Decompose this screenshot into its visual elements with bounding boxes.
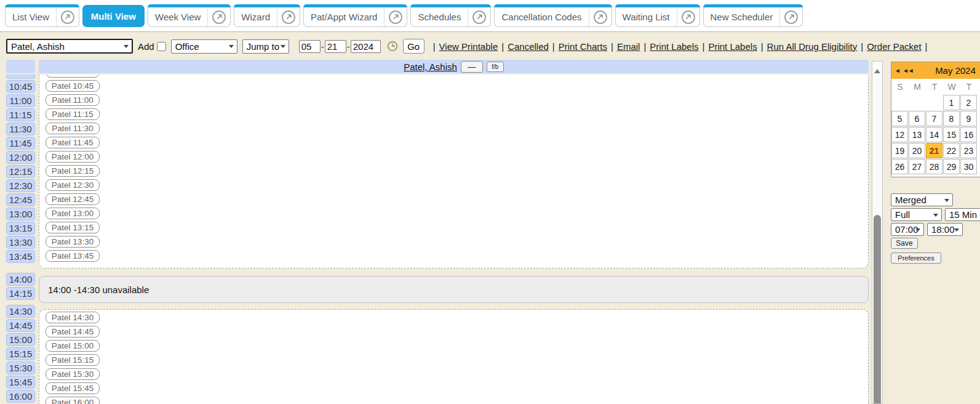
slot-button[interactable]: Patel 15:00 [46,340,100,352]
tab-schedules[interactable]: Schedules [410,5,491,27]
end-time-select[interactable]: 18:00 [927,223,963,236]
external-link-icon[interactable] [682,10,695,24]
slot-button[interactable]: Patel 12:45 [46,193,100,205]
external-link-icon[interactable] [594,10,607,24]
slot-button[interactable]: Patel 11:30 [46,123,100,134]
tab-week-view[interactable]: Week View [148,5,231,27]
tab-wizard[interactable]: Wizard [234,5,300,27]
calendar-day[interactable]: 20 [909,143,925,158]
clock-icon[interactable] [387,41,398,52]
zoom-level-select[interactable]: Full [891,208,942,221]
facility-select[interactable]: Office [171,39,237,54]
tab-icon-area[interactable] [677,7,699,26]
calendar-day[interactable]: 13 [909,127,925,142]
link-run-all-drug-eligibility[interactable]: Run All Drug Eligibility [767,41,858,52]
slot-button[interactable]: Patel 14:30 [46,312,100,323]
calendar-day[interactable]: 26 [891,159,908,174]
calendar-day[interactable]: 16 [960,127,977,142]
calendar-day[interactable]: 5 [891,111,908,126]
preferences-button[interactable]: Preferences [891,252,941,264]
calendar-day[interactable]: 1 [943,95,960,110]
tab-list-view[interactable]: List View [5,5,79,27]
external-link-icon[interactable] [389,10,402,24]
slot-button[interactable]: Patel 13:30 [46,236,100,248]
slot-button[interactable]: Patel 11:15 [46,108,100,120]
link-order-packet[interactable]: Order Packet [867,41,921,52]
link-email[interactable]: Email [617,41,640,52]
vertical-scrollbar[interactable] [872,61,883,404]
tab-icon-area[interactable] [207,7,230,26]
start-time-select[interactable]: 07:00 [891,223,924,236]
calendar-day[interactable]: 19 [891,143,908,158]
date-year-input[interactable] [351,40,381,53]
provider-header-link[interactable]: Patel, Ashish [404,62,457,72]
slot-button[interactable]: Patel 12:00 [46,151,100,163]
calendar-day[interactable]: 22 [943,143,960,158]
slot-button[interactable]: Patel 11:00 [46,94,100,106]
slot-button[interactable]: Patel 15:15 [46,354,100,366]
slot-button[interactable]: Patel 15:45 [46,382,100,394]
calendar-day[interactable]: 23 [960,143,977,158]
save-button[interactable]: Save [891,238,918,249]
provider-select[interactable]: Patel, Ashish [6,39,133,54]
slot-button[interactable]: Patel 16:00 [46,397,100,404]
slot-button-partial[interactable] [46,75,100,78]
external-link-icon[interactable] [784,10,798,24]
tab-icon-area[interactable] [384,7,407,26]
date-day-input[interactable] [325,40,346,53]
calendar-day[interactable]: 30 [960,159,977,174]
scroll-up-icon[interactable] [874,66,880,73]
tab-multi-view[interactable]: Multi View [82,5,145,27]
calendar-fast-prev-icon[interactable]: ◄◄ [902,67,914,74]
go-button[interactable]: Go [403,39,424,54]
calendar-day[interactable]: 15 [943,127,960,142]
calendar-day[interactable]: 12 [891,127,908,142]
tab-icon-area[interactable] [779,7,802,26]
calendar-day[interactable]: 7 [926,111,942,126]
schedule-viewport[interactable]: 10:4511:0011:1511:3011:4512:0012:1512:30… [6,75,869,404]
calendar-prev-icon[interactable]: ◄ [894,67,900,74]
calendar-day[interactable]: 6 [909,111,925,126]
slot-button[interactable]: Patel 15:30 [46,368,100,380]
tab-icon-area[interactable] [56,7,79,26]
calendar-day[interactable]: 9 [960,111,977,126]
link-view-printable[interactable]: View Printable [439,41,498,52]
tab-waiting-list[interactable]: Waiting List [615,5,700,27]
fb-toggle-button[interactable]: f/b [487,62,504,72]
tab-icon-area[interactable] [468,7,490,26]
slot-button[interactable]: Patel 11:45 [46,137,100,148]
slot-button[interactable]: Patel 10:45 [46,80,100,92]
link-cancelled[interactable]: Cancelled [508,41,549,52]
tab-new-scheduler[interactable]: New Scheduler [703,5,803,27]
minimize-column-button[interactable]: — [461,61,483,73]
scrollbar-thumb[interactable] [874,215,881,404]
link-print-labels[interactable]: Print Labels [650,41,698,52]
slot-button[interactable]: Patel 12:15 [46,165,100,177]
calendar-day[interactable]: 14 [926,127,942,142]
view-mode-select[interactable]: Merged [891,193,953,206]
external-link-icon[interactable] [212,10,226,24]
slot-button[interactable]: Patel 13:15 [46,222,100,233]
external-link-icon[interactable] [472,10,486,24]
slot-button[interactable]: Patel 12:30 [46,179,100,191]
jump-to-select[interactable]: Jump to [242,39,289,54]
add-checkbox[interactable] [157,42,166,51]
tab-cancellation-codes[interactable]: Cancellation Codes [494,5,612,27]
calendar-day[interactable]: 8 [943,111,960,126]
link-print-labels[interactable]: Print Labels [708,41,757,52]
calendar-day[interactable]: 2 [960,95,977,110]
tab-pat-appt-wizard[interactable]: Pat/Appt Wizard [303,5,407,27]
external-link-icon[interactable] [61,10,74,24]
calendar-day[interactable]: 29 [943,159,960,174]
date-month-input[interactable] [299,40,321,53]
external-link-icon[interactable] [282,10,295,24]
interval-select[interactable]: 15 Min [945,208,980,221]
link-print-charts[interactable]: Print Charts [559,41,607,52]
slot-button[interactable]: Patel 13:45 [46,250,100,262]
slot-button[interactable]: Patel 13:00 [46,208,100,219]
tab-icon-area[interactable] [277,7,300,26]
calendar-day[interactable]: 27 [909,159,925,174]
tab-icon-area[interactable] [589,7,612,26]
calendar-day[interactable]: 28 [926,159,942,174]
calendar-day-selected[interactable]: 21 [926,143,942,158]
